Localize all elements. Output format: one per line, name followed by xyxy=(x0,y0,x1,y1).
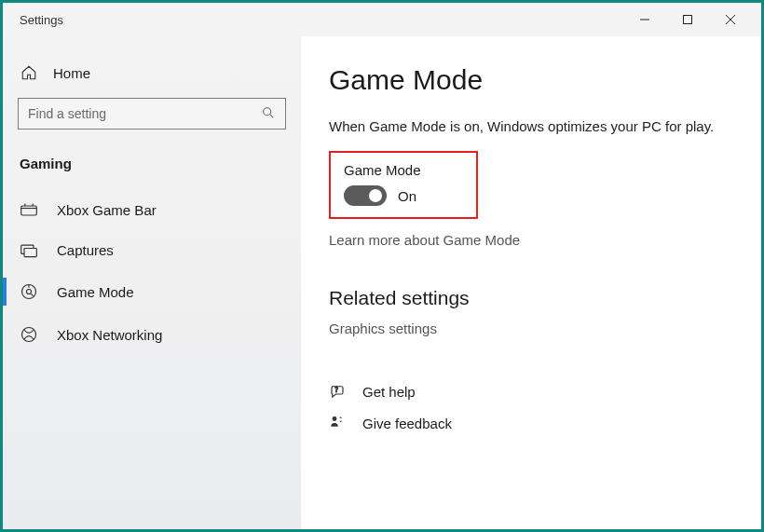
svg-point-4 xyxy=(264,107,271,115)
body: Home Gaming Xbox Game Bar xyxy=(3,36,761,529)
search-input[interactable] xyxy=(28,106,261,121)
page-description: When Game Mode is on, Windows optimizes … xyxy=(329,118,733,134)
sidebar-item-label: Game Mode xyxy=(57,284,134,300)
svg-line-15 xyxy=(32,294,34,296)
svg-rect-11 xyxy=(24,248,36,256)
home-label: Home xyxy=(53,65,90,81)
xbox-networking-icon xyxy=(20,325,38,344)
svg-line-5 xyxy=(270,115,273,117)
maximize-icon xyxy=(682,14,693,25)
help-list: ? Get help Give feedback xyxy=(329,383,733,431)
captures-icon xyxy=(20,243,38,258)
home-icon xyxy=(20,64,38,81)
help-item-label: Get help xyxy=(362,384,416,400)
sidebar-item-label: Xbox Game Bar xyxy=(57,202,157,218)
toggle-knob xyxy=(369,189,382,202)
sidebar-item-label: Captures xyxy=(57,242,114,258)
svg-point-18 xyxy=(333,416,337,421)
get-help-link[interactable]: ? Get help xyxy=(329,383,733,400)
toggle-state: On xyxy=(398,188,416,204)
window-title: Settings xyxy=(20,13,63,27)
titlebar: Settings xyxy=(3,3,761,36)
content-pane: Game Mode When Game Mode is on, Windows … xyxy=(301,36,761,529)
sidebar-item-captures[interactable]: Captures xyxy=(12,230,292,270)
svg-point-13 xyxy=(27,290,32,294)
minimize-icon xyxy=(639,14,650,25)
search-box[interactable] xyxy=(18,98,286,130)
svg-rect-6 xyxy=(21,206,37,215)
feedback-icon xyxy=(329,415,346,431)
maximize-button[interactable] xyxy=(666,6,709,34)
toggle-row: On xyxy=(344,185,463,206)
page-title: Game Mode xyxy=(329,64,733,96)
svg-rect-1 xyxy=(684,16,692,24)
window-controls xyxy=(623,6,752,34)
minimize-button[interactable] xyxy=(623,6,666,34)
svg-point-16 xyxy=(22,328,36,342)
search-icon xyxy=(261,105,276,123)
close-button[interactable] xyxy=(709,6,752,34)
sidebar-item-xbox-game-bar[interactable]: Xbox Game Bar xyxy=(12,190,292,230)
home-nav[interactable]: Home xyxy=(12,55,292,98)
give-feedback-link[interactable]: Give feedback xyxy=(329,415,733,431)
game-bar-icon xyxy=(20,203,38,218)
game-mode-icon xyxy=(20,282,38,301)
settings-window: Settings Home xyxy=(0,0,764,532)
toggle-label: Game Mode xyxy=(344,162,463,178)
graphics-settings-link[interactable]: Graphics settings xyxy=(329,321,437,336)
close-icon xyxy=(725,14,736,25)
sidebar-item-game-mode[interactable]: Game Mode xyxy=(12,270,292,313)
nav-list: Xbox Game Bar Captures Game Mode xyxy=(12,190,292,356)
game-mode-toggle-group: Game Mode On xyxy=(329,151,478,219)
learn-more-link[interactable]: Learn more about Game Mode xyxy=(329,232,520,248)
help-icon: ? xyxy=(329,383,346,400)
sidebar: Home Gaming Xbox Game Bar xyxy=(3,36,301,529)
related-settings-heading: Related settings xyxy=(329,287,733,309)
help-item-label: Give feedback xyxy=(362,416,452,431)
game-mode-toggle[interactable] xyxy=(344,185,387,206)
category-heading: Gaming xyxy=(12,150,292,190)
sidebar-item-xbox-networking[interactable]: Xbox Networking xyxy=(12,313,292,356)
sidebar-item-label: Xbox Networking xyxy=(57,327,162,343)
